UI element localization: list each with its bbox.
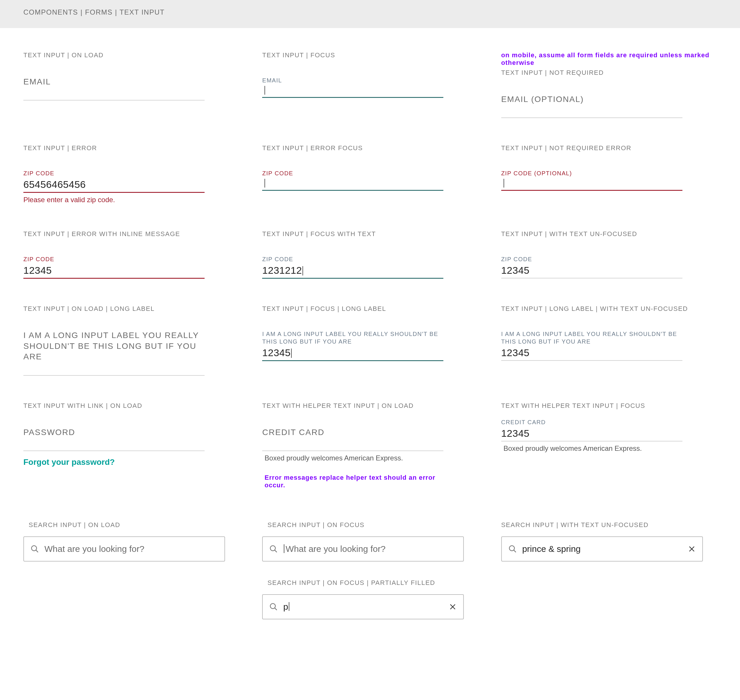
caret-icon (284, 544, 284, 553)
example-text-input-not-required-error: TEXT INPUT | NOT REQUIRED ERROR ZIP CODE… (501, 144, 716, 204)
text-input[interactable] (24, 440, 204, 451)
example-text-input-long-unfocused: TEXT INPUT | LONG LABEL | WITH TEXT UN-F… (501, 305, 716, 375)
text-input[interactable]: 12345 (501, 347, 683, 361)
example-heading: TEXT INPUT | FOCUS WITH TEXT (262, 230, 478, 238)
search-input[interactable]: What are you looking for? (262, 537, 464, 562)
example-heading: TEXT INPUT | LONG LABEL | WITH TEXT UN-F… (501, 305, 716, 313)
search-placeholder: What are you looking for? (44, 544, 218, 554)
example-text-input-error: TEXT INPUT | ERROR ZIP CODE 65456465456 … (24, 144, 239, 204)
example-search-onfocus: SEARCH INPUT | ON FOCUS What are you loo… (262, 521, 478, 562)
input-label: ZIP CODE (24, 255, 204, 263)
example-search-unfocused-text: SEARCH INPUT | WITH TEXT UN-FOCUSED prin… (501, 521, 716, 562)
input-value: 12345 (501, 428, 683, 439)
search-input[interactable]: prince & spring (501, 537, 703, 562)
page-header: COMPONENTS | FORMS | TEXT INPUT (0, 0, 740, 28)
example-text-input-focus-long: TEXT INPUT | FOCUS | LONG LABEL I AM A L… (262, 305, 478, 375)
search-icon (30, 544, 39, 553)
text-input[interactable]: 1231212 (262, 265, 443, 279)
text-input[interactable] (501, 179, 683, 191)
input-label: CREDIT CARD (262, 427, 443, 438)
input-label: PASSWORD (24, 427, 204, 438)
example-text-input-with-link: TEXT INPUT WITH LINK | ON LOAD PASSWORD … (24, 402, 239, 489)
input-value: 12345 (262, 347, 290, 359)
input-label: ZIP CODE (24, 169, 204, 177)
caret-icon (291, 349, 292, 358)
search-input[interactable]: What are you looking for? (24, 537, 225, 562)
input-label: I AM A LONG INPUT LABEL YOU REALLY SHOUL… (501, 330, 683, 345)
search-icon (269, 602, 278, 611)
example-heading: TEXT INPUT | WITH TEXT UN-FOCUSED (501, 230, 716, 238)
close-icon[interactable] (688, 545, 696, 553)
search-value: p (283, 602, 443, 612)
search-input[interactable]: p (262, 594, 464, 619)
text-input[interactable] (24, 89, 204, 100)
svg-point-2 (270, 546, 276, 551)
input-label: EMAIL (262, 76, 443, 84)
example-heading: SEARCH INPUT | ON FOCUS | PARTIALLY FILL… (262, 579, 478, 587)
input-value: 12345 (501, 265, 683, 276)
annotation-text: on mobile, assume all form fields are re… (501, 51, 716, 67)
annotation-text: Error messages replace helper text shoul… (262, 474, 443, 489)
input-label: I AM A LONG INPUT LABEL YOU REALLY SHOUL… (24, 330, 204, 362)
text-input[interactable]: 65456465456 (24, 179, 204, 193)
input-value: 12345 (501, 347, 683, 359)
text-input[interactable] (262, 86, 443, 98)
caret-icon (289, 602, 289, 611)
example-heading: TEXT WITH HELPER TEXT INPUT | ON LOAD (262, 402, 478, 410)
close-icon[interactable] (449, 603, 457, 611)
example-search-onload: SEARCH INPUT | ON LOAD What are you look… (24, 521, 239, 562)
input-value: 65456465456 (24, 179, 204, 190)
text-input[interactable]: 12345 (24, 265, 204, 279)
example-text-input-onload-long: TEXT INPUT | ON LOAD | LONG LABEL I AM A… (24, 305, 239, 375)
input-label: ZIP CODE (262, 169, 443, 177)
input-value: 1231212 (262, 265, 302, 276)
example-text-input-focus: TEXT INPUT | FOCUS EMAIL (262, 51, 478, 118)
text-input[interactable]: 12345 (501, 265, 683, 278)
helper-text: Boxed proudly welcomes American Express. (501, 444, 683, 453)
error-message: Please enter a valid zip code. (24, 196, 204, 204)
svg-line-1 (36, 550, 38, 553)
example-heading: TEXT INPUT | FOCUS (262, 51, 478, 59)
example-heading: TEXT WITH HELPER TEXT INPUT | FOCUS (501, 402, 716, 410)
input-label: ZIP CODE (501, 255, 683, 263)
search-icon (508, 544, 517, 553)
example-text-input-onload: TEXT INPUT | ON LOAD EMAIL (24, 51, 239, 118)
example-text-input-not-required: on mobile, assume all form fields are re… (501, 51, 716, 118)
search-placeholder: What are you looking for? (283, 544, 457, 554)
input-label: EMAIL (OPTIONAL) (501, 94, 683, 104)
input-label: CREDIT CARD (501, 418, 683, 426)
svg-line-3 (275, 550, 277, 553)
search-value: prince & spring (522, 544, 683, 554)
text-input[interactable]: 12345 (501, 428, 683, 441)
forgot-password-link[interactable]: Forgot your password? (24, 457, 204, 467)
text-input[interactable] (501, 106, 683, 118)
input-label: EMAIL (24, 76, 204, 87)
input-label: I AM A LONG INPUT LABEL YOU REALLY SHOUL… (262, 330, 443, 345)
text-input[interactable]: 12345 (262, 347, 443, 361)
example-heading: TEXT INPUT | ERROR FOCUS (262, 144, 478, 152)
example-heading: TEXT INPUT | NOT REQUIRED (501, 69, 716, 76)
example-heading: TEXT INPUT | ERROR (24, 144, 239, 152)
example-heading: TEXT INPUT | ON LOAD (24, 51, 239, 59)
caret-icon (303, 266, 303, 275)
example-heading: TEXT INPUT | ON LOAD | LONG LABEL (24, 305, 239, 313)
example-text-input-focus-with-text: TEXT INPUT | FOCUS WITH TEXT ZIP CODE 12… (262, 230, 478, 279)
text-input[interactable] (24, 364, 204, 376)
caret-icon (265, 86, 265, 95)
svg-point-8 (270, 604, 276, 609)
text-input[interactable] (262, 179, 443, 191)
helper-text: Boxed proudly welcomes American Express. (262, 454, 443, 462)
example-heading: TEXT INPUT | FOCUS | LONG LABEL (262, 305, 478, 313)
example-heading: SEARCH INPUT | ON LOAD (24, 521, 239, 529)
breadcrumb: COMPONENTS | FORMS | TEXT INPUT (24, 8, 716, 16)
example-search-partial: SEARCH INPUT | ON FOCUS | PARTIALLY FILL… (262, 579, 478, 619)
example-heading: SEARCH INPUT | WITH TEXT UN-FOCUSED (501, 521, 716, 529)
caret-icon (265, 179, 265, 188)
svg-point-0 (32, 546, 37, 551)
example-heading: TEXT INPUT | NOT REQUIRED ERROR (501, 144, 716, 152)
input-value: 12345 (24, 265, 204, 276)
example-heading: SEARCH INPUT | ON FOCUS (262, 521, 478, 529)
text-input[interactable] (262, 440, 443, 451)
example-heading: TEXT INPUT | ERROR WITH INLINE MESSAGE (24, 230, 239, 238)
example-text-helper-focus: TEXT WITH HELPER TEXT INPUT | FOCUS CRED… (501, 402, 716, 489)
